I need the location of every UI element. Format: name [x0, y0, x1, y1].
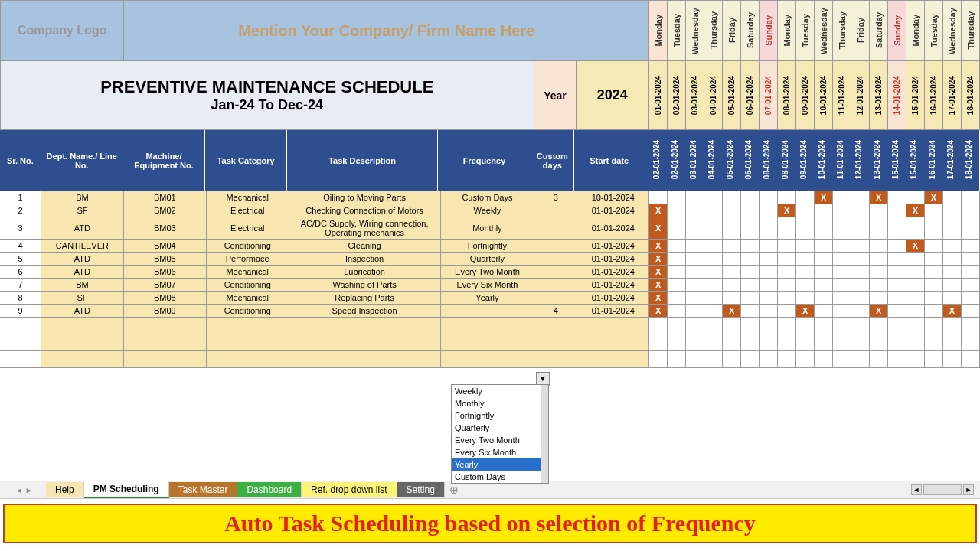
schedule-cell[interactable] [686, 204, 704, 217]
cell-cat[interactable]: Conditioning [207, 279, 289, 291]
schedule-cell[interactable] [962, 305, 980, 317]
schedule-cell[interactable] [870, 292, 888, 304]
dropdown-option[interactable]: Weekly [452, 385, 548, 397]
schedule-cell[interactable] [833, 217, 851, 239]
schedule-cell[interactable] [668, 266, 686, 278]
schedule-cell[interactable] [943, 266, 962, 278]
schedule-cell[interactable] [962, 253, 980, 265]
schedule-cell[interactable] [833, 279, 851, 291]
schedule-cell[interactable] [796, 292, 815, 304]
schedule-cell[interactable] [668, 217, 686, 239]
cell-cat[interactable]: Conditioning [207, 305, 289, 317]
cell-cust[interactable] [534, 292, 577, 304]
schedule-cell[interactable] [649, 191, 668, 204]
cell-sr[interactable]: 8 [0, 292, 41, 304]
cell-freq[interactable]: Fortnightly [441, 240, 535, 252]
cell-mach[interactable]: BM07 [124, 279, 207, 291]
schedule-cell[interactable] [760, 305, 778, 317]
cell-desc[interactable]: Cleaning [289, 240, 441, 252]
schedule-cell[interactable] [686, 266, 704, 278]
schedule-cell[interactable] [851, 204, 870, 217]
schedule-cell[interactable] [778, 240, 796, 252]
cell-dept[interactable]: ATD [41, 217, 124, 239]
schedule-cell[interactable] [888, 279, 906, 291]
cell-mach[interactable]: BM06 [124, 266, 207, 278]
tab-ref-dropdown[interactable]: Ref. drop down list [302, 482, 397, 497]
schedule-cell[interactable] [851, 217, 870, 239]
cell-sr[interactable]: 3 [0, 217, 41, 239]
schedule-cell[interactable] [906, 266, 925, 278]
schedule-cell[interactable] [704, 292, 723, 304]
cell-dept[interactable]: ATD [41, 305, 124, 317]
cell-dept[interactable]: BM [41, 191, 124, 204]
cell-dept[interactable]: CANTILEVER [41, 240, 124, 252]
schedule-cell[interactable] [870, 253, 888, 265]
schedule-cell[interactable] [925, 240, 943, 252]
schedule-cell[interactable] [778, 217, 796, 239]
schedule-cell[interactable] [704, 266, 723, 278]
schedule-cell[interactable]: X [649, 240, 668, 252]
schedule-cell[interactable] [796, 240, 815, 252]
schedule-cell[interactable] [704, 240, 723, 252]
schedule-cell[interactable] [888, 191, 906, 204]
cell-sr[interactable]: 9 [0, 305, 41, 317]
cell-mach[interactable]: BM05 [124, 253, 207, 265]
cell-desc[interactable]: AC/DC Supply, Wiring connection, Operati… [289, 217, 441, 239]
schedule-cell[interactable] [741, 266, 760, 278]
cell-cat[interactable]: Electrical [207, 204, 289, 217]
schedule-cell[interactable] [943, 292, 962, 304]
schedule-cell[interactable] [833, 305, 851, 317]
dropdown-option[interactable]: Monthly [452, 397, 548, 409]
schedule-cell[interactable] [943, 279, 962, 291]
schedule-cell[interactable] [851, 305, 870, 317]
schedule-cell[interactable] [906, 305, 925, 317]
table-row[interactable]: 8SFBM08MechanicalReplacing PartsYearly01… [0, 292, 980, 305]
cell-desc[interactable]: Washing of Parts [289, 279, 441, 291]
schedule-cell[interactable]: X [943, 305, 962, 317]
schedule-cell[interactable] [741, 253, 760, 265]
cell-freq[interactable]: Every Six Month [441, 279, 535, 291]
cell-freq[interactable]: Monthly [441, 217, 535, 239]
frequency-dropdown[interactable]: WeeklyMonthlyFortnightlyQuarterlyEvery T… [451, 384, 549, 484]
schedule-cell[interactable] [668, 204, 686, 217]
schedule-cell[interactable] [796, 204, 815, 217]
schedule-cell[interactable] [870, 204, 888, 217]
schedule-cell[interactable] [925, 292, 943, 304]
schedule-cell[interactable] [925, 204, 943, 217]
cell-freq[interactable]: Yearly [441, 292, 535, 304]
schedule-cell[interactable]: X [870, 305, 888, 317]
schedule-cell[interactable] [668, 279, 686, 291]
schedule-cell[interactable] [815, 292, 833, 304]
schedule-cell[interactable] [704, 305, 723, 317]
schedule-cell[interactable] [760, 217, 778, 239]
schedule-cell[interactable]: X [815, 191, 833, 204]
schedule-cell[interactable] [760, 266, 778, 278]
cell-mach[interactable]: BM01 [124, 191, 207, 204]
schedule-cell[interactable] [815, 266, 833, 278]
schedule-cell[interactable] [723, 266, 741, 278]
cell-start[interactable]: 01-01-2024 [577, 240, 649, 252]
cell-cat[interactable]: Mechanical [207, 266, 289, 278]
schedule-cell[interactable] [851, 191, 870, 204]
cell-start[interactable]: 01-01-2024 [577, 253, 649, 265]
cell-sr[interactable]: 1 [0, 191, 41, 204]
schedule-cell[interactable] [760, 204, 778, 217]
table-row[interactable]: 7BMBM07ConditioningWashing of PartsEvery… [0, 279, 980, 292]
blank-row[interactable] [0, 334, 980, 351]
blank-row[interactable] [0, 318, 980, 334]
dropdown-scrollbar[interactable] [541, 385, 548, 483]
cell-cust[interactable] [534, 217, 577, 239]
tab-nav-arrows[interactable]: ◄ ► [15, 486, 46, 494]
schedule-cell[interactable] [870, 240, 888, 252]
schedule-cell[interactable] [962, 279, 980, 291]
schedule-cell[interactable] [723, 204, 741, 217]
schedule-cell[interactable] [962, 292, 980, 304]
schedule-cell[interactable] [741, 191, 760, 204]
schedule-cell[interactable] [906, 279, 925, 291]
schedule-cell[interactable] [815, 253, 833, 265]
cell-sr[interactable]: 5 [0, 253, 41, 265]
schedule-cell[interactable] [760, 292, 778, 304]
schedule-cell[interactable] [925, 217, 943, 239]
schedule-cell[interactable] [686, 240, 704, 252]
schedule-cell[interactable] [962, 217, 980, 239]
